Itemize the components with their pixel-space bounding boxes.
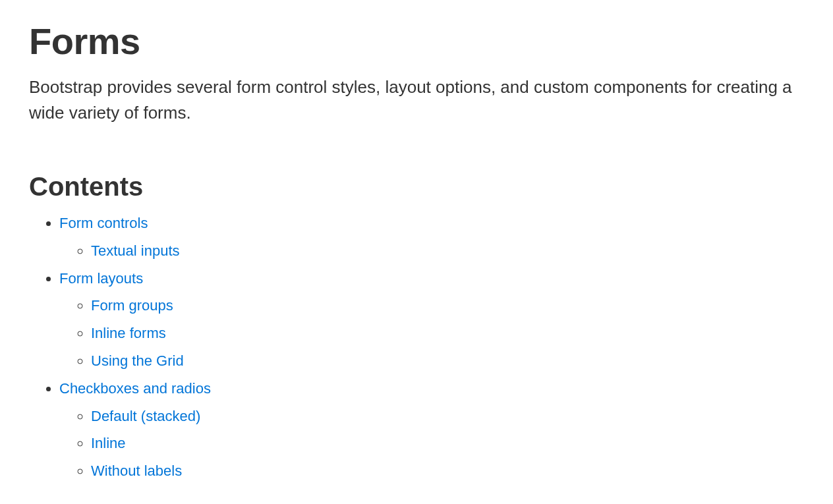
toc-link-form-layouts[interactable]: Form layouts: [59, 270, 143, 287]
contents-heading: Contents: [29, 172, 804, 202]
toc-subitem: Using the Grid: [91, 347, 804, 375]
toc-link-form-groups[interactable]: Form groups: [91, 297, 173, 314]
toc-subitem: Inline forms: [91, 320, 804, 347]
toc-subitem: Inline: [91, 430, 804, 457]
toc-link-form-controls[interactable]: Form controls: [59, 215, 148, 231]
page-title: Forms: [29, 20, 804, 63]
table-of-contents: Form controls Textual inputs Form layout…: [29, 210, 804, 485]
toc-link-textual-inputs[interactable]: Textual inputs: [91, 242, 180, 259]
toc-subitem: Without labels: [91, 457, 804, 485]
toc-link-without-labels[interactable]: Without labels: [91, 462, 182, 479]
toc-link-inline-forms[interactable]: Inline forms: [91, 325, 166, 341]
toc-item: Form layouts Form groups Inline forms Us…: [59, 265, 804, 375]
toc-subitem: Form groups: [91, 292, 804, 320]
toc-subitem: Textual inputs: [91, 237, 804, 265]
toc-link-inline[interactable]: Inline: [91, 435, 126, 451]
toc-item: Checkboxes and radios Default (stacked) …: [59, 375, 804, 485]
toc-link-default-stacked[interactable]: Default (stacked): [91, 408, 200, 424]
toc-item: Form controls Textual inputs: [59, 210, 804, 265]
toc-link-using-the-grid[interactable]: Using the Grid: [91, 352, 184, 369]
toc-link-checkboxes-and-radios[interactable]: Checkboxes and radios: [59, 380, 211, 397]
toc-subitem: Default (stacked): [91, 403, 804, 430]
page-lead: Bootstrap provides several form control …: [29, 74, 793, 126]
